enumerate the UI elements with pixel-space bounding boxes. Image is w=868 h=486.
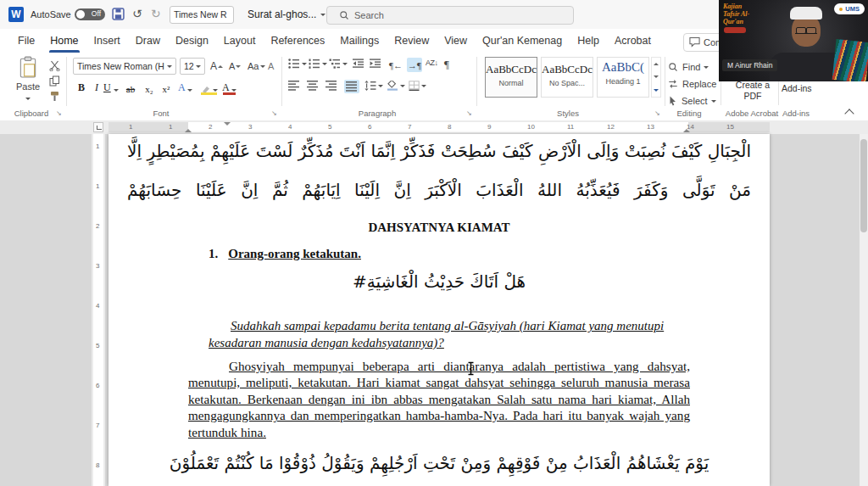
shading-button[interactable]	[387, 81, 405, 91]
decrease-indent-button[interactable]	[353, 59, 364, 69]
add-ins-group-label: Add-ins	[776, 109, 815, 118]
cut-icon[interactable]	[49, 59, 63, 72]
show-paragraph-marks-button[interactable]: ¶	[444, 58, 449, 71]
outdent-icon	[353, 59, 364, 69]
tab-file[interactable]: File	[10, 29, 42, 53]
scrollbar-thumb[interactable]	[860, 139, 867, 232]
paste-label: Paste	[10, 81, 46, 92]
numbering-button[interactable]	[309, 59, 327, 69]
hanging-indent-marker[interactable]	[185, 129, 192, 132]
copy-icon[interactable]	[49, 75, 63, 87]
align-center-button[interactable]	[307, 81, 319, 91]
styles-gallery-scroll[interactable]	[651, 57, 661, 98]
list-number: 1.	[209, 247, 218, 260]
tab-design[interactable]: Design	[168, 29, 216, 53]
styles-dialog-launcher-icon[interactable]: ↘	[654, 109, 660, 117]
text-cursor-icon	[466, 361, 476, 379]
create-pdf-button[interactable]: Create a PDF	[729, 80, 776, 102]
quick-font-dropdown[interactable]: Times New R	[170, 6, 234, 24]
tab-review[interactable]: Review	[387, 29, 437, 53]
scroll-up-icon	[654, 63, 659, 65]
clipboard-dialog-launcher-icon[interactable]: ↘	[56, 109, 62, 117]
align-right-button[interactable]	[326, 81, 337, 91]
multilevel-list-button[interactable]	[329, 59, 348, 69]
right-indent-marker[interactable]	[683, 129, 690, 132]
strikethrough-button[interactable]: ab	[124, 80, 137, 95]
format-painter-icon[interactable]	[49, 90, 63, 103]
tab-acrobat[interactable]: Acrobat	[607, 29, 659, 53]
bullets-button[interactable]	[288, 59, 307, 69]
text-effects-button[interactable]: A	[178, 80, 192, 95]
word-logo-icon[interactable]: W	[8, 7, 24, 22]
font-group-label: Font	[127, 109, 195, 118]
autosave-toggle[interactable]: Off	[75, 8, 105, 20]
shrink-font-button[interactable]: A	[229, 59, 241, 74]
tab-draw[interactable]: Draw	[128, 29, 168, 53]
ltr-direction-button[interactable]: →¶	[407, 58, 422, 72]
font-size-combo[interactable]: 12	[180, 58, 205, 75]
replace-button[interactable]: Replace	[668, 77, 716, 91]
tab-help[interactable]: Help	[570, 29, 607, 53]
tab-quran-kemenag[interactable]: Qur'an Kemenag	[475, 29, 570, 53]
style-no-spacing[interactable]: AaBbCcDc No Spac...	[541, 57, 593, 98]
tab-mailings[interactable]: Mailings	[332, 29, 387, 53]
arabic-verse-line-2: مَنْ تَوَلَّى وَكَفَرَ فَيُعَذِّبُهُ الل…	[127, 180, 751, 200]
grow-font-button[interactable]: A	[210, 59, 223, 74]
style-heading1[interactable]: AaBbC( Heading 1	[597, 57, 649, 98]
justify-icon	[346, 81, 358, 92]
tab-references[interactable]: References	[263, 29, 332, 53]
select-cursor-icon	[668, 96, 677, 106]
find-button[interactable]: Find	[668, 60, 709, 74]
rtl-direction-button[interactable]: ¶←	[388, 58, 403, 72]
arabic-verse-line-1: الْجِبَالِ كَيْفَ نُصِبَتْ وَاِلَى الْاَ…	[127, 141, 751, 161]
vertical-ruler[interactable]: 112345678	[92, 134, 105, 486]
paste-clipboard-icon	[19, 56, 37, 78]
acrobat-group-label: Adobe Acrobat	[722, 109, 782, 118]
align-left-button[interactable]	[288, 81, 300, 91]
subscript-button[interactable]: x₂	[142, 80, 156, 95]
tab-view[interactable]: View	[437, 29, 475, 53]
paragraph-dialog-launcher-icon[interactable]: ↘	[466, 109, 472, 117]
borders-button[interactable]	[409, 81, 426, 91]
font-color-button[interactable]: A	[222, 80, 236, 95]
redo-icon[interactable]: ↻	[151, 7, 161, 20]
tab-home[interactable]: Home	[42, 29, 86, 53]
tab-insert[interactable]: Insert	[86, 29, 128, 53]
quick-font-value: Times New R	[174, 9, 227, 20]
search-input[interactable]: Search	[326, 6, 574, 25]
superscript-button[interactable]: x²	[159, 80, 173, 95]
tab-selector-icon[interactable]	[93, 122, 103, 132]
bold-button[interactable]: B	[75, 80, 88, 95]
style-name: Normal	[486, 79, 537, 87]
change-case-button[interactable]: Aa	[248, 59, 265, 74]
vertical-scrollbar[interactable]	[860, 134, 868, 486]
highlight-color-button[interactable]	[200, 80, 218, 95]
document-page[interactable]: الْجِبَالِ كَيْفَ نُصِبَتْ وَاِلَى الْاَ…	[108, 134, 770, 486]
style-normal[interactable]: AaBbCcDc Normal	[485, 57, 537, 98]
line-spacing-button[interactable]	[364, 81, 383, 91]
line-spacing-icon	[364, 81, 376, 91]
undo-icon[interactable]: ↺	[132, 7, 142, 20]
font-family-combo[interactable]: Times New Roman (H	[73, 58, 176, 75]
autosave-state: Off	[92, 9, 101, 18]
save-icon[interactable]	[112, 8, 125, 24]
find-magnifier-icon	[668, 62, 678, 72]
collapse-ribbon-icon[interactable]	[844, 109, 854, 118]
align-right-icon	[326, 81, 337, 91]
horizontal-ruler[interactable]: 1123456789101112131415	[0, 120, 868, 134]
clear-formatting-button[interactable]: A	[268, 59, 274, 74]
document-title[interactable]: Surat al-ghos...	[248, 8, 326, 20]
sort-button[interactable]: AZ↓	[426, 59, 438, 67]
add-ins-button[interactable]: Add-ins	[782, 83, 812, 93]
comment-icon	[689, 36, 700, 47]
tab-layout[interactable]: Layout	[216, 29, 264, 53]
justify-button[interactable]	[344, 80, 359, 93]
italic-button[interactable]: I	[90, 80, 103, 95]
paste-button[interactable]: Paste	[10, 56, 46, 105]
first-line-indent-marker[interactable]	[224, 122, 231, 126]
underline-button[interactable]: U	[103, 80, 119, 95]
increase-indent-button[interactable]	[370, 59, 381, 69]
font-dialog-launcher-icon[interactable]: ↘	[271, 109, 277, 117]
video-call-overlay[interactable]: Kajian Tafsir Al- Qur'an UMS M Ainur Rha…	[719, 0, 868, 81]
select-button[interactable]: Select	[668, 94, 716, 108]
